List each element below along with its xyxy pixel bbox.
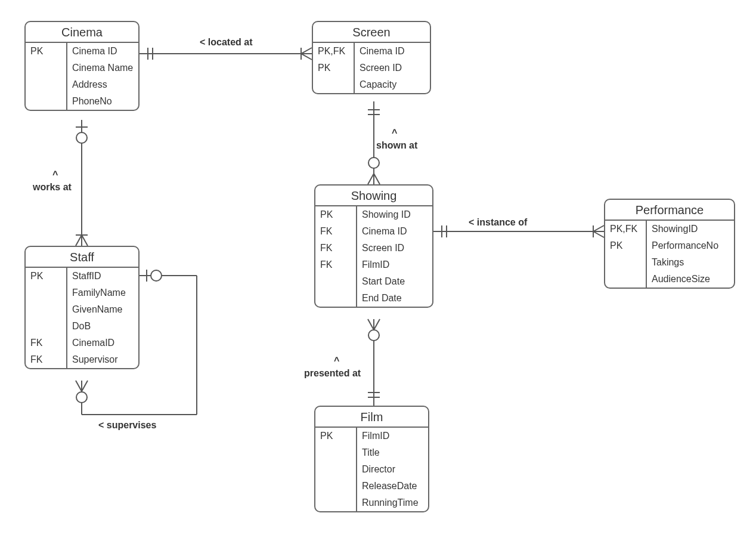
attr-row: Cinema Name: [26, 60, 138, 76]
svg-line-16: [368, 174, 374, 184]
attr-row: PKFilmID: [315, 428, 428, 444]
rel-shown-at-caret: ^: [392, 128, 397, 138]
attr-row: Start Date: [315, 273, 432, 290]
entity-staff-title: Staff: [26, 247, 138, 268]
attr-row: ReleaseDate: [315, 478, 428, 495]
attr-row: PK,FKCinema ID: [313, 43, 430, 60]
svg-line-17: [374, 174, 380, 184]
entity-cinema-title: Cinema: [26, 22, 138, 43]
rel-instance-of-label: < instance of: [469, 217, 527, 228]
attr-row: PK,FKShowingID: [605, 221, 734, 237]
entity-staff-attrs: PKStaffID FamilyName GivenName DoB FKCin…: [26, 268, 138, 368]
rel-located-at-label: < located at: [200, 37, 252, 48]
entity-showing: Showing PKShowing ID FKCinema ID FKScree…: [314, 184, 433, 308]
attr-row: PKStaffID: [26, 268, 138, 285]
attr-row: FKFilmID: [315, 256, 432, 273]
entity-cinema: Cinema PKCinema ID Cinema Name Address P…: [24, 21, 140, 111]
attr-row: PKScreen ID: [313, 60, 430, 76]
entity-showing-attrs: PKShowing ID FKCinema ID FKScreen ID FKF…: [315, 206, 432, 307]
svg-line-4: [301, 48, 312, 54]
attr-row: Title: [315, 444, 428, 461]
attr-row: AudienceSize: [605, 271, 734, 288]
svg-line-37: [76, 381, 82, 391]
attr-row: Address: [26, 76, 138, 93]
attr-row: PKCinema ID: [26, 43, 138, 60]
attr-row: PhoneNo: [26, 93, 138, 110]
svg-line-9: [76, 235, 82, 246]
attr-row: GivenName: [26, 301, 138, 318]
rel-shown-at-label: shown at: [376, 140, 417, 151]
attr-row: Takings: [605, 254, 734, 271]
svg-point-32: [151, 270, 162, 281]
entity-screen-attrs: PK,FKCinema ID PKScreen ID Capacity: [313, 43, 430, 93]
rel-works-at-caret: ^: [52, 169, 58, 180]
entity-staff: Staff PKStaffID FamilyName GivenName DoB…: [24, 246, 140, 369]
svg-point-8: [76, 132, 87, 143]
svg-line-22: [593, 225, 604, 231]
svg-line-38: [82, 381, 88, 391]
entity-performance: Performance PK,FKShowingID PKPerformance…: [604, 199, 735, 289]
entity-film-attrs: PKFilmID Title Director ReleaseDate Runn…: [315, 428, 428, 511]
attr-row: Capacity: [313, 76, 430, 93]
attr-row: PKPerformanceNo: [605, 237, 734, 254]
attr-row: DoB: [26, 318, 138, 335]
entity-screen-title: Screen: [313, 22, 430, 43]
attr-row: RunningTime: [315, 495, 428, 511]
entity-cinema-attrs: PKCinema ID Cinema Name Address PhoneNo: [26, 43, 138, 110]
attr-row: FKScreen ID: [315, 240, 432, 256]
rel-presented-at-caret: ^: [334, 356, 339, 366]
attr-row: FKCinema ID: [315, 223, 432, 240]
entity-performance-title: Performance: [605, 200, 734, 221]
er-diagram-canvas: { "entities": { "cinema": { "title": "Ci…: [0, 0, 756, 547]
attr-row: End Date: [315, 290, 432, 307]
entity-film-title: Film: [315, 407, 428, 428]
svg-line-26: [368, 319, 374, 330]
rel-works-at-label: works at: [33, 182, 72, 193]
entity-performance-attrs: PK,FKShowingID PKPerformanceNo Takings A…: [605, 221, 734, 288]
attr-row: Director: [315, 461, 428, 478]
attr-row: FamilyName: [26, 285, 138, 301]
svg-line-27: [374, 319, 380, 330]
attr-row: PKShowing ID: [315, 206, 432, 223]
entity-screen: Screen PK,FKCinema ID PKScreen ID Capaci…: [312, 21, 431, 94]
svg-line-10: [82, 235, 88, 246]
attr-row: FKCinemaID: [26, 335, 138, 351]
svg-point-15: [368, 157, 379, 168]
entity-film: Film PKFilmID Title Director ReleaseDate…: [314, 406, 429, 512]
svg-point-25: [368, 330, 379, 341]
rel-presented-at-label: presented at: [304, 368, 361, 379]
svg-point-36: [76, 392, 87, 403]
svg-line-23: [593, 231, 604, 237]
svg-line-5: [301, 54, 312, 60]
entity-showing-title: Showing: [315, 186, 432, 206]
rel-supervises-label: < supervises: [98, 420, 156, 431]
attr-row: FKSupervisor: [26, 351, 138, 368]
